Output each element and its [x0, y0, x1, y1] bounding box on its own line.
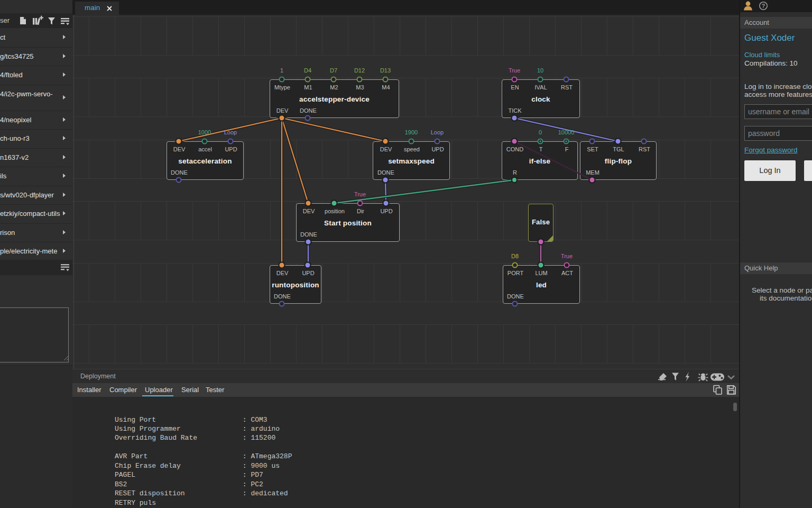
svg-text:Loop: Loop — [431, 129, 444, 135]
svg-text:True: True — [354, 191, 366, 197]
svg-text:D12: D12 — [354, 67, 365, 74]
svg-text:Loop: Loop — [224, 129, 237, 135]
svg-text:10000: 10000 — [558, 129, 575, 135]
svg-text:1: 1 — [280, 67, 283, 74]
svg-text:0: 0 — [539, 129, 542, 135]
svg-text:True: True — [561, 253, 573, 259]
svg-text:D8: D8 — [511, 253, 519, 259]
svg-text:?: ? — [762, 3, 765, 9]
svg-text:D13: D13 — [380, 67, 391, 74]
svg-text:1900: 1900 — [405, 129, 418, 135]
svg-text:D7: D7 — [330, 67, 337, 74]
svg-text:10: 10 — [537, 67, 543, 74]
svg-text:True: True — [509, 67, 520, 74]
svg-text:D4: D4 — [304, 67, 311, 74]
svg-text:1000: 1000 — [198, 129, 211, 135]
